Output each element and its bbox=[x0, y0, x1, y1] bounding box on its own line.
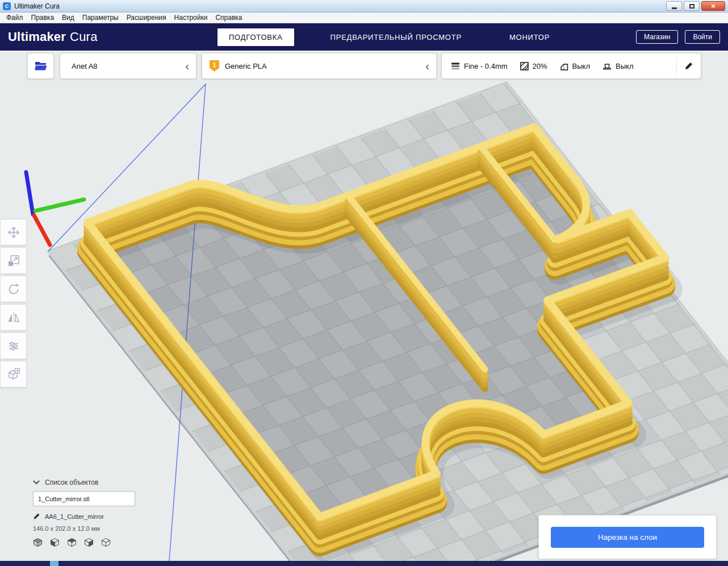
adhesion-label: Выкл bbox=[616, 62, 633, 70]
tab-prepare[interactable]: ПОДГОТОВКА bbox=[217, 28, 294, 46]
object-list-title: Список объектов bbox=[45, 478, 98, 486]
pencil-icon bbox=[684, 61, 693, 70]
tool-mirror-button[interactable] bbox=[0, 304, 27, 331]
menu-settings[interactable]: Параметры bbox=[78, 14, 123, 22]
per-model-settings-icon bbox=[7, 339, 20, 353]
material-name: Generic PLA bbox=[225, 62, 267, 70]
tool-per-model-settings-button[interactable] bbox=[0, 332, 27, 359]
folder-open-icon bbox=[34, 60, 48, 72]
view-top-icon bbox=[67, 538, 77, 547]
app-header: UltimakerCura ПОДГОТОВКА ПРЕДВАРИТЕЛЬНЫЙ… bbox=[0, 23, 728, 51]
edit-settings-button[interactable] bbox=[684, 61, 693, 70]
profile-label: Fine - 0.4mm bbox=[464, 62, 508, 70]
app-icon: C bbox=[3, 2, 11, 10]
open-file-button[interactable] bbox=[27, 53, 54, 79]
menu-help[interactable]: Справка bbox=[211, 14, 246, 22]
menu-view[interactable]: Вид bbox=[58, 14, 78, 22]
view-left-button[interactable] bbox=[84, 538, 94, 547]
menu-preferences[interactable]: Настройки bbox=[170, 14, 212, 22]
material-selector[interactable]: 1 Generic PLA ‹ bbox=[202, 53, 437, 79]
close-button[interactable]: × bbox=[701, 1, 725, 11]
tab-preview[interactable]: ПРЕДВАРИТЕЛЬНЫЙ ПРОСМОТР bbox=[319, 28, 473, 46]
adhesion-icon bbox=[603, 62, 612, 70]
printer-selector[interactable]: Anet A8 ‹ bbox=[60, 53, 196, 79]
model-name: AA6_1_Cutter_mirror bbox=[45, 513, 104, 520]
support-label: Выкл bbox=[572, 62, 590, 70]
tool-column bbox=[0, 219, 27, 389]
tab-monitor[interactable]: МОНИТОР bbox=[498, 28, 561, 46]
viewport[interactable]: Anet A8 ‹ 1 Generic PLA ‹ Fine - 0.4mm 2… bbox=[0, 51, 728, 561]
mirror-icon bbox=[7, 311, 20, 324]
view-top-button[interactable] bbox=[67, 538, 77, 547]
model-name-row[interactable]: AA6_1_Cutter_mirror bbox=[33, 513, 186, 520]
view-right-icon bbox=[101, 538, 111, 547]
infill-setting[interactable]: 20% bbox=[520, 62, 547, 70]
object-filename-input[interactable] bbox=[33, 491, 135, 506]
pencil-icon bbox=[33, 513, 40, 520]
signin-button[interactable]: Войти bbox=[685, 30, 720, 44]
support-setting[interactable]: Выкл bbox=[560, 62, 590, 70]
view-front-button[interactable] bbox=[50, 538, 60, 547]
maximize-icon bbox=[689, 4, 694, 9]
chevron-down-icon bbox=[33, 480, 40, 485]
close-icon: × bbox=[711, 2, 716, 10]
scale-icon bbox=[7, 254, 20, 268]
print-settings-panel[interactable]: Fine - 0.4mm 20% Выкл Выкл bbox=[441, 53, 701, 79]
printer-name: Anet A8 bbox=[72, 62, 98, 70]
view-3d-button[interactable] bbox=[33, 538, 43, 547]
y-axis-icon bbox=[35, 199, 84, 211]
minimize-icon bbox=[672, 7, 677, 9]
support-blocker-icon bbox=[7, 368, 20, 381]
model-dimensions: 146.0 x 202.0 x 12.0 мм bbox=[33, 525, 186, 532]
layers-icon bbox=[451, 61, 460, 70]
slice-panel: Нарезка на слои bbox=[538, 515, 717, 559]
rotate-icon bbox=[7, 282, 20, 296]
chevron-left-icon[interactable]: ‹ bbox=[185, 60, 189, 72]
x-axis-icon bbox=[34, 215, 50, 245]
header-actions: Магазин Войти bbox=[636, 23, 720, 51]
menu-file[interactable]: Файл bbox=[2, 14, 27, 22]
z-axis-icon bbox=[26, 172, 33, 214]
adhesion-setting[interactable]: Выкл bbox=[603, 62, 633, 70]
window-bottom-strip bbox=[0, 561, 728, 566]
view-3d-icon bbox=[33, 538, 43, 547]
view-presets bbox=[33, 538, 186, 547]
tool-scale-button[interactable] bbox=[0, 247, 27, 274]
infill-label: 20% bbox=[533, 62, 547, 70]
brand-logo: UltimakerCura bbox=[8, 30, 98, 44]
minimize-button[interactable] bbox=[666, 1, 682, 11]
stage-tabs: ПОДГОТОВКА ПРЕДВАРИТЕЛЬНЫЙ ПРОСМОТР МОНИ… bbox=[217, 23, 561, 51]
chevron-left-icon[interactable]: ‹ bbox=[425, 60, 429, 72]
support-icon bbox=[560, 62, 568, 70]
view-right-button[interactable] bbox=[101, 538, 111, 547]
infill-icon bbox=[520, 62, 529, 70]
axis-gizmo bbox=[26, 172, 84, 245]
profile-setting[interactable]: Fine - 0.4mm bbox=[451, 61, 508, 70]
settings-divider bbox=[676, 58, 677, 74]
tool-move-button[interactable] bbox=[0, 219, 27, 245]
menu-extensions[interactable]: Расширения bbox=[123, 14, 170, 22]
marketplace-button[interactable]: Магазин bbox=[636, 30, 678, 44]
window-titlebar: C Ultimaker Cura × bbox=[0, 0, 728, 13]
view-front-icon bbox=[50, 538, 60, 547]
window-title: Ultimaker Cura bbox=[14, 2, 664, 10]
menubar: Файл Правка Вид Параметры Расширения Нас… bbox=[0, 13, 728, 23]
maximize-button[interactable] bbox=[684, 1, 700, 11]
extruder-badge: 1 bbox=[210, 60, 219, 72]
tool-rotate-button[interactable] bbox=[0, 276, 27, 302]
object-list-panel: Список объектов AA6_1_Cutter_mirror 146.… bbox=[33, 478, 186, 547]
bottom-strip-notch bbox=[50, 561, 58, 566]
move-icon bbox=[7, 226, 20, 239]
object-list-header[interactable]: Список объектов bbox=[33, 478, 186, 486]
tool-support-blocker-button[interactable] bbox=[0, 361, 27, 388]
slice-button[interactable]: Нарезка на слои bbox=[551, 527, 704, 548]
view-left-icon bbox=[84, 538, 94, 547]
menu-edit[interactable]: Правка bbox=[27, 14, 58, 22]
